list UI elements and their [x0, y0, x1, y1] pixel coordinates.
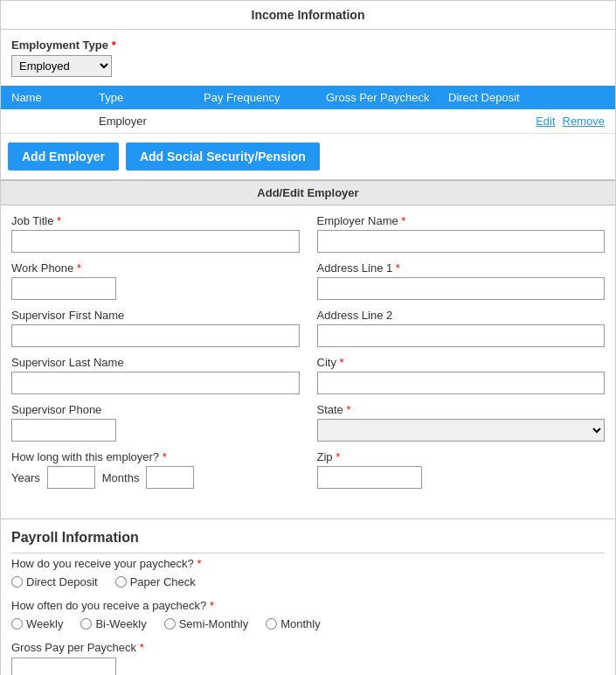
paycheck-receive-options: Direct Deposit Paper Check	[11, 575, 605, 588]
zip-label: Zip *	[317, 450, 606, 463]
form-row-5: Supervisor Phone State * ALAKAZAR CACOCT…	[11, 403, 605, 442]
job-title-group: Job Title *	[11, 214, 300, 253]
gross-pay-group: Gross Pay per Paycheck *	[11, 641, 605, 675]
supervisor-first-label: Supervisor First Name	[11, 309, 300, 322]
supervisor-phone-group: Supervisor Phone	[11, 403, 300, 442]
col-header-name: Name	[11, 91, 99, 104]
supervisor-last-input[interactable]	[11, 372, 300, 394]
payroll-divider	[11, 553, 605, 553]
col-header-direct: Direct Deposit	[448, 91, 605, 104]
section-divider	[1, 518, 615, 519]
remove-button[interactable]: Remove	[563, 115, 605, 128]
biweekly-radio[interactable]	[80, 618, 92, 630]
state-group: State * ALAKAZAR CACOCTDE FLGAHIID ILINI…	[317, 403, 606, 442]
work-phone-input[interactable]	[11, 277, 116, 300]
employment-type-section: Employment Type * Employed Self-Employed…	[1, 30, 615, 86]
supervisor-phone-input[interactable]	[11, 419, 116, 442]
address-line1-group: Address Line 1 *	[317, 261, 606, 300]
employer-name-group: Employer Name *	[317, 214, 606, 253]
how-long-inputs: Years Months	[11, 466, 300, 489]
page-title: Income Information	[1, 1, 615, 30]
years-input[interactable]	[47, 466, 95, 489]
how-long-label: How long with this employer? *	[11, 450, 300, 463]
col-header-type: Type	[99, 91, 204, 104]
city-label: City *	[317, 356, 606, 369]
supervisor-first-input[interactable]	[11, 324, 300, 347]
years-label: Years	[11, 471, 40, 484]
address-line2-label: Address Line 2	[317, 309, 606, 322]
address-line1-input[interactable]	[317, 277, 606, 300]
address-line2-input[interactable]	[317, 324, 606, 347]
state-label: State *	[317, 403, 606, 416]
form-row-6: How long with this employer? * Years Mon…	[11, 450, 605, 498]
direct-deposit-radio[interactable]	[11, 576, 23, 588]
row-actions: Edit Remove	[536, 115, 605, 128]
col-header-gross: Gross Per Paycheck	[326, 91, 448, 104]
weekly-radio[interactable]	[11, 618, 23, 630]
biweekly-option[interactable]: Bi-Weekly	[80, 617, 146, 630]
employer-name-input[interactable]	[317, 230, 606, 253]
how-long-group: How long with this employer? * Years Mon…	[11, 450, 300, 498]
zip-group: Zip *	[317, 450, 606, 498]
monthly-option[interactable]: Monthly	[266, 617, 321, 630]
state-select[interactable]: ALAKAZAR CACOCTDE FLGAHIID ILINIAKS KYLA…	[317, 419, 606, 442]
payroll-section: Payroll Information How do you receive y…	[1, 523, 615, 675]
paycheck-frequency-group: How often do you receive a paycheck? * W…	[11, 599, 605, 630]
edit-button[interactable]: Edit	[536, 115, 555, 128]
paycheck-frequency-label: How often do you receive a paycheck? *	[11, 599, 605, 612]
weekly-option[interactable]: Weekly	[11, 617, 63, 630]
add-employer-button[interactable]: Add Employer	[8, 143, 119, 170]
semimonthly-radio[interactable]	[164, 618, 176, 630]
gross-pay-input[interactable]	[11, 658, 116, 675]
paper-check-radio[interactable]	[115, 576, 127, 588]
monthly-radio[interactable]	[266, 618, 277, 630]
form-row-3: Supervisor First Name Address Line 2	[11, 309, 605, 347]
action-buttons-row: Add Employer Add Social Security/Pension	[1, 134, 615, 180]
direct-deposit-option[interactable]: Direct Deposit	[11, 575, 98, 588]
form-row-4: Supervisor Last Name City *	[11, 356, 605, 394]
address-line1-label: Address Line 1 *	[317, 261, 606, 275]
table-row: Employer Edit Remove	[1, 109, 615, 134]
income-table-header: Name Type Pay Frequency Gross Per Payche…	[1, 86, 615, 109]
address-line2-group: Address Line 2	[317, 309, 606, 347]
employment-type-label: Employment Type *	[11, 38, 605, 52]
gross-pay-label: Gross Pay per Paycheck *	[11, 641, 605, 654]
work-phone-group: Work Phone *	[11, 261, 300, 300]
semimonthly-option[interactable]: Semi-Monthly	[164, 617, 248, 630]
job-title-input[interactable]	[11, 230, 300, 253]
supervisor-last-label: Supervisor Last Name	[11, 356, 300, 369]
col-header-freq: Pay Frequency	[204, 91, 326, 104]
supervisor-first-group: Supervisor First Name	[11, 309, 300, 347]
city-input[interactable]	[317, 372, 606, 394]
paycheck-receive-label: How do you receive your paycheck? *	[11, 557, 605, 570]
add-edit-form: Job Title * Employer Name * Work Phone *	[1, 205, 615, 515]
zip-input[interactable]	[317, 466, 422, 489]
supervisor-last-group: Supervisor Last Name	[11, 356, 300, 394]
paper-check-option[interactable]: Paper Check	[115, 575, 196, 588]
add-edit-employer-header: Add/Edit Employer	[1, 180, 615, 205]
employer-name-label: Employer Name *	[317, 214, 606, 227]
payroll-section-title: Payroll Information	[11, 530, 605, 546]
months-label: Months	[102, 471, 140, 484]
months-input[interactable]	[146, 466, 194, 489]
add-social-security-button[interactable]: Add Social Security/Pension	[126, 143, 320, 170]
supervisor-phone-label: Supervisor Phone	[11, 403, 300, 416]
employment-type-select[interactable]: Employed Self-Employed Unemployed Retire…	[11, 55, 112, 77]
paycheck-receive-group: How do you receive your paycheck? * Dire…	[11, 557, 605, 588]
form-row-1: Job Title * Employer Name *	[11, 214, 605, 253]
form-row-2: Work Phone * Address Line 1 *	[11, 261, 605, 300]
job-title-label: Job Title *	[11, 214, 300, 227]
paycheck-frequency-options: Weekly Bi-Weekly Semi-Monthly Monthly	[11, 617, 605, 630]
city-group: City *	[317, 356, 606, 394]
row-type: Employer	[99, 115, 204, 128]
work-phone-label: Work Phone *	[11, 261, 300, 275]
